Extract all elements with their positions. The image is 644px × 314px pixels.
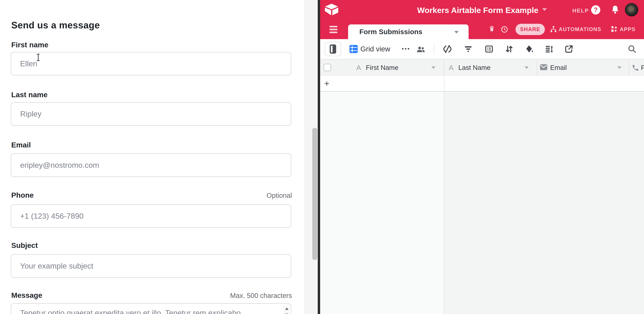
airtable-viewbar: Form Submissions SHARE [320,20,644,39]
view-sidebar-toggle-button[interactable] [325,42,341,56]
email-placeholder: eripley@nostromo.com [20,161,99,170]
column-header-first-name[interactable]: First Name [366,59,398,76]
view-name[interactable]: Grid view [360,39,390,59]
first-name-placeholder: Ellen [20,59,37,68]
last-name-label: Last name [11,91,48,99]
subject-placeholder: Your example subject [20,261,93,270]
letter-a-icon: A [449,59,454,76]
share-button[interactable]: SHARE [516,24,545,35]
chevron-down-icon [454,31,459,34]
group-icon[interactable] [484,44,494,54]
sort-icon[interactable] [504,44,514,54]
chevron-down-icon[interactable] [432,67,436,69]
form-pane-scrollbar-thumb[interactable] [312,128,317,260]
phone-label: Phone [11,191,34,199]
window-divider [318,0,320,314]
chevron-down-icon[interactable] [618,67,622,69]
toolbar-divider [434,44,434,55]
column-divider[interactable] [444,59,444,76]
page-title: Send us a message [11,20,100,31]
frozen-column-divider [444,76,444,314]
message-placeholder: Tenetur optio quaerat expedita vero et i… [20,308,240,314]
textarea-scrollbar[interactable] [284,305,290,314]
textarea-scrollbar-thumb[interactable] [285,313,288,314]
select-all-checkbox[interactable] [324,64,331,71]
column-divider[interactable] [629,59,629,76]
active-view-tab[interactable]: Form Submissions [348,25,468,39]
view-more-menu[interactable]: ••• [402,39,410,58]
notifications-bell-icon[interactable] [610,5,620,15]
hide-fields-icon[interactable] [443,44,452,54]
view-toolbar: Grid view ••• [320,39,644,59]
share-view-icon[interactable] [564,44,574,54]
phone-icon [632,64,639,71]
user-avatar[interactable] [625,3,638,17]
column-divider[interactable] [537,59,537,76]
collaborators-icon[interactable] [416,45,426,55]
help-button[interactable]: HELP [572,8,589,14]
phone-placeholder: +1 (123) 456-7890 [20,212,84,221]
form-pane-scrollbar-track[interactable] [304,0,318,314]
subject-label: Subject [11,241,38,250]
airtable-topbar: Workers Airtable Form Example HELP ? [320,0,644,20]
email-label: Email [11,141,31,149]
screenshot-root: Send us a message First name Ellen Last … [0,0,644,314]
message-label: Message [11,291,42,299]
contact-form-pane: Send us a message First name Ellen Last … [0,0,304,314]
message-maxchars-hint: Max. 500 characters [230,292,292,299]
subject-input[interactable]: Your example subject [11,254,291,278]
last-name-placeholder: Ripley [20,110,42,118]
email-input[interactable]: eripley@nostromo.com [11,153,291,177]
phone-optional-hint: Optional [266,192,292,199]
row-height-icon[interactable] [544,44,554,54]
add-record-button[interactable]: + [324,76,329,91]
column-header-phone[interactable]: Phone [641,59,644,76]
grid-body-left [320,92,444,314]
first-name-input[interactable]: Ellen [11,52,291,76]
message-textarea[interactable]: Tenetur optio quaerat expedita vero et i… [11,303,291,314]
apps-icon[interactable] [610,25,618,34]
grid-body-right [444,92,644,314]
color-icon[interactable] [524,44,534,54]
first-name-label: First name [11,41,48,49]
add-record-row[interactable]: + [320,76,644,92]
last-name-input[interactable]: Ripley [11,102,291,126]
views-menu-icon[interactable] [329,26,338,34]
history-icon[interactable] [500,25,508,34]
base-title-text: Workers Airtable Form Example [417,6,538,15]
automations-icon[interactable] [550,25,557,34]
envelope-icon [540,64,548,71]
help-question-icon[interactable]: ? [591,5,600,15]
automations-button[interactable]: AUTOMATIONS [559,20,601,39]
phone-input[interactable]: +1 (123) 456-7890 [11,204,291,228]
active-view-tab-label: Form Submissions [359,25,422,39]
grid-header-row: A First Name A Last Name Email [320,59,644,76]
column-header-last-name[interactable]: Last Name [458,59,490,76]
scroll-up-icon[interactable] [285,307,288,310]
text-cursor-icon [38,54,38,61]
chevron-down-icon [542,8,547,11]
column-header-email[interactable]: Email [550,59,567,76]
airtable-pane: Workers Airtable Form Example HELP ? For… [320,0,644,314]
letter-a-icon: A [356,59,361,76]
apps-button[interactable]: APPS [620,20,636,39]
sidebar-panel-icon [330,45,336,54]
trash-icon[interactable] [488,25,495,34]
filter-icon[interactable] [464,44,473,54]
chevron-down-icon[interactable] [524,67,529,69]
search-icon[interactable] [627,44,637,54]
grid-view-icon [350,45,358,53]
